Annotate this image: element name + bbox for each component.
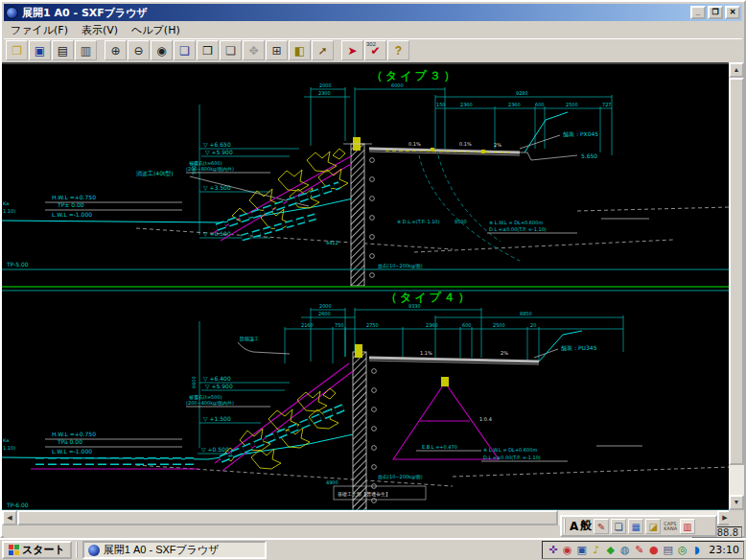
vertical-scrollbar[interactable]: ▲ ▼: [729, 62, 744, 510]
sheet-pile-wall: [353, 352, 366, 512]
ime-toolbar[interactable]: A 般 ✎ ❏ ▦ ◪ CAPS KANA ▥: [560, 515, 717, 537]
horizontal-scroll-thumb[interactable]: [17, 510, 558, 525]
windows-logo-icon: [9, 545, 19, 555]
minimize-button[interactable]: _: [690, 6, 706, 19]
ime-conversion-mode[interactable]: 般: [580, 518, 592, 534]
system-tray: ✜ ◉ ▣ ♪ ◆ ◍ ✎ ● ▤ ◎ ◗ 23:10: [542, 541, 744, 559]
dim: 6600: [191, 376, 197, 388]
zoom-region-button[interactable]: ◉: [151, 40, 173, 60]
open-button[interactable]: ❐: [6, 40, 28, 60]
task-button-sxf[interactable]: 展開1 A0 - SXFブラウザ: [82, 541, 267, 559]
ime-pen-icon[interactable]: ✎: [594, 519, 609, 534]
copy-button[interactable]: ❏: [220, 40, 242, 60]
scroll-up-button[interactable]: ▲: [729, 62, 744, 78]
copy-icon: ❏: [225, 44, 236, 58]
tray-icon[interactable]: ✜: [547, 544, 559, 557]
check-button[interactable]: 302✔: [364, 40, 386, 60]
tray-icon[interactable]: ◉: [561, 544, 573, 557]
tray-icon[interactable]: ▤: [662, 544, 674, 557]
slope-label: 2%: [494, 142, 501, 148]
layers-button[interactable]: ◧: [289, 40, 311, 60]
close-button[interactable]: ✕: [725, 6, 740, 19]
dim: 20: [530, 322, 536, 328]
tray-icon[interactable]: ✎: [633, 544, 645, 557]
help-button[interactable]: ?: [387, 40, 409, 60]
tray-icon[interactable]: ●: [647, 544, 660, 557]
ime-dictionary-icon[interactable]: ▦: [628, 519, 643, 534]
ime-properties-icon[interactable]: ◪: [645, 519, 661, 534]
toolbar: ❐ ▣ ▤ ▥ ⊕ ⊖ ◉ ❑ ❒ ❏ ✥ ⊞ ◧ ➚ ➤ 302✔ ?: [4, 38, 742, 61]
note: ※ L.W.L = DL+0.600m: [483, 447, 537, 453]
save-button[interactable]: ▣: [29, 40, 51, 60]
scroll-left-button[interactable]: ◀: [2, 510, 17, 525]
tp-label: TPa 0.00: [57, 438, 82, 445]
tray-icon[interactable]: ◎: [676, 544, 688, 557]
cad-canvas[interactable]: （タイプ３） 2000 2300 6000: [2, 62, 733, 510]
dim: 2160: [301, 322, 314, 328]
zoom-window-button[interactable]: ❒: [197, 40, 219, 60]
dim: 9330: [408, 303, 421, 309]
vertical-scroll-thumb[interactable]: [729, 78, 744, 465]
material-label: (200~800kg/個内外): [186, 166, 234, 173]
dim: 150: [436, 102, 446, 107]
zoom-in-button[interactable]: ⊕: [105, 40, 127, 60]
type3-title: （タイプ３）: [371, 69, 458, 82]
save-icon: ▣: [35, 44, 45, 58]
lwl-label: L.W.L =-1.000: [52, 448, 92, 455]
tree-view-icon: ⊞: [271, 44, 281, 58]
tray-icon[interactable]: ▣: [575, 544, 588, 557]
dim: 2000: [319, 303, 332, 309]
wave-works-label: 消波工(40t型): [136, 170, 174, 177]
dim: 2360: [460, 102, 473, 107]
zoom-out-button[interactable]: ⊖: [128, 40, 150, 60]
zoom-out-icon: ⊖: [133, 44, 143, 58]
dim: 600: [535, 102, 545, 107]
tray-icon[interactable]: ◗: [690, 544, 703, 557]
menu-view[interactable]: 表示(V): [75, 22, 125, 38]
scrollbar-corner: [729, 510, 744, 525]
ime-toolbox-icon[interactable]: ▥: [680, 519, 695, 534]
slope-ratio-label: 1:0.4: [479, 416, 492, 422]
tray-icon[interactable]: ◆: [604, 544, 617, 557]
menu-file[interactable]: ファイル(F): [4, 22, 75, 38]
pan-button[interactable]: ✥: [243, 40, 265, 60]
dim: 9280: [516, 90, 528, 96]
restore-button[interactable]: ❐: [708, 6, 723, 19]
cad-drawing: （タイプ３） 2000 2300 6000: [2, 64, 733, 512]
dim: 2500: [566, 102, 578, 107]
redline-button[interactable]: ➤: [341, 40, 363, 60]
ime-pad-icon[interactable]: ❏: [611, 519, 626, 534]
titlebar[interactable]: 展開1 A0 - SXFブラウザ _ ❐ ✕: [4, 4, 742, 21]
measure-button[interactable]: ➚: [312, 40, 334, 60]
scroll-down-button[interactable]: ▼: [729, 495, 744, 510]
note: ※ L.W.L = DL+0.600m: [489, 220, 543, 225]
elevation-label: ▽ +1.500: [203, 415, 231, 422]
tray-icon[interactable]: ♪: [590, 544, 602, 557]
dim: 8850: [520, 311, 532, 316]
ime-input-mode[interactable]: A: [570, 520, 578, 533]
print-button[interactable]: ▥: [75, 40, 97, 60]
material-label: (200~400kg/個内外): [186, 400, 234, 407]
ime-grip[interactable]: [564, 519, 567, 533]
app-icon: [6, 7, 18, 19]
elevation-label: ▽ +3.500: [203, 184, 231, 191]
start-label: スタート: [22, 543, 65, 557]
start-button[interactable]: スタート: [2, 541, 72, 559]
export-button[interactable]: ▤: [52, 40, 74, 60]
redline-icon: ➤: [347, 44, 357, 58]
edge-label: Ka: [3, 437, 9, 443]
pavement-label: 舗装：PX045: [562, 130, 598, 138]
slope-label: 0.1%: [408, 141, 421, 147]
fit-page-button[interactable]: ❑: [174, 40, 196, 60]
zoom-in-icon: ⊕: [110, 44, 120, 58]
section-type3: （タイプ３） 2000 2300 6000: [2, 69, 733, 286]
menu-help[interactable]: ヘルプ(H): [125, 22, 187, 38]
tray-icon[interactable]: ◍: [618, 544, 631, 557]
fit-page-icon: ❑: [179, 44, 190, 58]
dim: 2750: [366, 322, 379, 328]
ime-kana-label[interactable]: KANA: [664, 526, 677, 531]
note: E.B.L =+0.470: [422, 444, 457, 450]
menubar: ファイル(F) 表示(V) ヘルプ(H): [4, 22, 742, 38]
tree-view-button[interactable]: ⊞: [266, 40, 288, 60]
sxf-browser-window: 展開1 A0 - SXFブラウザ _ ❐ ✕ ファイル(F) 表示(V) ヘルプ…: [0, 0, 746, 538]
